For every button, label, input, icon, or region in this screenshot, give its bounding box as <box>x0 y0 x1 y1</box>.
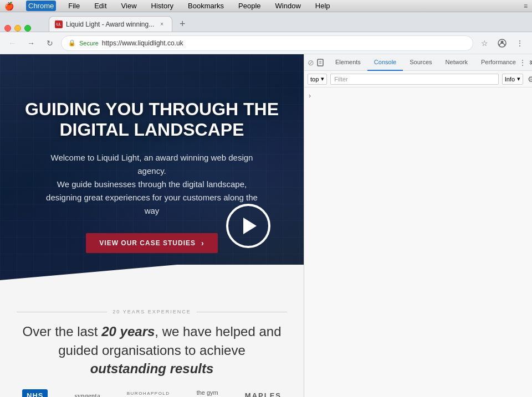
hero-section: GUIDING YOU THROUGH THE DIGITAL LANDSCAP… <box>0 54 304 298</box>
menu-bar: 🍎 Chrome File Edit View History Bookmark… <box>0 0 532 12</box>
devtools-tab-performance[interactable]: Performance <box>474 54 523 71</box>
menu-right-icons: ≡ <box>524 2 528 10</box>
menu-edit[interactable]: Edit <box>92 1 109 11</box>
play-video-button[interactable] <box>226 204 270 248</box>
maximize-window-button[interactable] <box>24 25 31 32</box>
tab-title: Liquid Light - Award winning... <box>66 20 154 28</box>
chevron-down-icon: ▾ <box>321 75 324 83</box>
url-bar[interactable]: 🔒 Secure https://www.liquidlight.co.uk <box>61 35 473 51</box>
cta-button[interactable]: VIEW OUR CASE STUDIES › <box>86 233 217 253</box>
info-chevron-icon: ▾ <box>517 75 520 83</box>
minimize-window-button[interactable] <box>14 25 21 32</box>
nhs-logo-text: NHS <box>22 389 48 397</box>
console-sidebar-toggle[interactable]: › <box>306 91 313 101</box>
nhs-logo: NHS <box>22 389 48 397</box>
secure-label: Secure <box>79 40 99 47</box>
devtools-tab-bar: ⊘ Elements Console Sources Network Perfo… <box>304 54 532 71</box>
tab-close-button[interactable]: × <box>157 20 166 29</box>
menu-window[interactable]: Window <box>273 1 303 11</box>
devtools-left-icons: ⊘ <box>304 58 329 67</box>
menu-bookmarks[interactable]: Bookmarks <box>186 1 226 11</box>
menu-people[interactable]: People <box>236 1 263 11</box>
menu-help[interactable]: Help <box>313 1 332 11</box>
syngenta-logo-text: syngenta <box>74 391 100 397</box>
console-level-select[interactable]: Info ▾ <box>502 74 523 85</box>
devtools-settings-icon[interactable]: ✕ <box>528 58 532 67</box>
menu-chrome[interactable]: Chrome <box>26 1 56 11</box>
devtools-panel: ⊘ Elements Console Sources Network Perfo… <box>304 54 532 397</box>
devtools-tab-network[interactable]: Network <box>439 54 474 71</box>
console-filter-input[interactable]: Filter <box>330 74 498 85</box>
traffic-lights <box>4 25 31 32</box>
tab-bar: LL Liquid Light - Award winning... × + <box>0 12 532 32</box>
menu-view[interactable]: View <box>119 1 139 11</box>
browser-viewport: GUIDING YOU THROUGH THE DIGITAL LANDSCAP… <box>0 54 304 397</box>
account-icon[interactable] <box>494 35 510 51</box>
bookmark-star-icon[interactable]: ☆ <box>477 35 492 51</box>
apple-menu[interactable]: 🍎 <box>4 2 14 11</box>
devtools-tab-sources[interactable]: Sources <box>403 54 438 71</box>
maples-logo: MAPLES <box>245 391 282 397</box>
hero-subtitle-line2: We guide businesses through the digital … <box>46 179 258 215</box>
client-logos-row: NHS syngenta BUROHAPPOLDENGINEERING the … <box>17 389 287 397</box>
cta-arrow-icon: › <box>201 239 204 248</box>
url-text: https://www.liquidlight.co.uk <box>102 39 183 47</box>
syngenta-logo: syngenta <box>74 391 100 397</box>
main-area: GUIDING YOU THROUGH THE DIGITAL LANDSCAP… <box>0 54 532 397</box>
chrome-window: LL Liquid Light - Award winning... × + ←… <box>0 12 532 397</box>
close-window-button[interactable] <box>4 25 11 32</box>
thegym-logo: the gymfind your fit <box>197 389 218 397</box>
tab-bar-inner: LL Liquid Light - Award winning... × + <box>4 16 528 32</box>
thegym-logo-text: the gymfind your fit <box>197 389 218 397</box>
heading-em-years: 20 years <box>101 324 155 339</box>
browser-tab[interactable]: LL Liquid Light - Award winning... × <box>49 16 172 32</box>
main-heading: Over the last 20 years, we have helped a… <box>17 322 287 378</box>
menu-file[interactable]: File <box>66 1 82 11</box>
devtools-right-controls: ⋮ ✕ <box>517 54 532 70</box>
devtools-content-area: › <box>304 87 532 397</box>
maples-logo-text: MAPLES <box>245 391 282 397</box>
hero-title: GUIDING YOU THROUGH THE DIGITAL LANDSCAP… <box>22 99 282 140</box>
hero-subtitle: Welcome to Liquid Light, an award winnin… <box>41 151 263 218</box>
devtools-tab-console[interactable]: Console <box>367 54 403 71</box>
heading-text-1: Over the last <box>22 324 98 339</box>
tab-favicon: LL <box>55 20 63 28</box>
experience-label: 20 YEARS EXPERIENCE <box>17 309 287 314</box>
forward-button[interactable]: → <box>23 35 39 51</box>
devtools-tab-elements[interactable]: Elements <box>329 54 367 71</box>
new-tab-button[interactable]: + <box>175 16 190 32</box>
devtools-no-entry-icon[interactable]: ⊘ <box>308 58 314 67</box>
toolbar-icons: ☆ ⋮ <box>477 35 528 51</box>
menu-history[interactable]: History <box>149 1 176 11</box>
console-settings-icon[interactable]: ⚙ <box>526 75 532 84</box>
more-options-icon[interactable]: ⋮ <box>512 35 528 51</box>
lock-icon: 🔒 <box>68 39 76 47</box>
devtools-vertical-dots-icon[interactable]: ⋮ <box>519 59 526 66</box>
filter-placeholder: Filter <box>334 76 347 83</box>
heading-em-results: outstanding results <box>90 361 214 376</box>
devtools-inspect-icon[interactable] <box>316 58 325 67</box>
svg-rect-2 <box>318 59 323 66</box>
devtools-toolbar: top ▾ Filter Info ▾ ⚙ <box>304 71 532 87</box>
hero-subtitle-line1: Welcome to Liquid Light, an award winnin… <box>51 153 253 176</box>
hero-content: GUIDING YOU THROUGH THE DIGITAL LANDSCAP… <box>22 71 282 281</box>
burohappold-logo-text: BUROHAPPOLDENGINEERING <box>127 391 170 397</box>
address-bar: ← → ↻ 🔒 Secure https://www.liquidlight.c… <box>0 32 532 54</box>
burohappold-logo: BUROHAPPOLDENGINEERING <box>127 391 170 397</box>
back-button[interactable]: ← <box>4 35 20 51</box>
below-fold-section: 20 YEARS EXPERIENCE Over the last 20 yea… <box>0 298 304 397</box>
cta-label: VIEW OUR CASE STUDIES <box>99 239 196 247</box>
refresh-button[interactable]: ↻ <box>42 35 58 51</box>
play-triangle-icon <box>243 218 257 234</box>
console-context-select[interactable]: top ▾ <box>308 74 327 85</box>
